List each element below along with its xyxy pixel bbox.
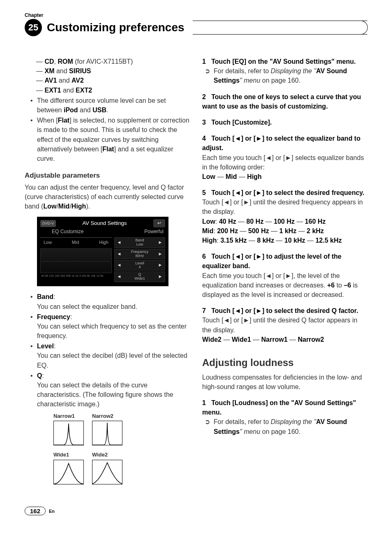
list-item: AV1 and AV2 — [36, 76, 190, 85]
left-arrow-icon: ◄ — [115, 260, 124, 270]
curve-figures: Narrow1 Wide1 Narrow2 Wide2 — [53, 412, 190, 491]
page-number: 162 — [25, 507, 46, 515]
adjustable-body: You can adjust the center frequency, lev… — [25, 183, 190, 211]
left-arrow-icon: ◄ — [115, 238, 124, 248]
loudness-body: Loudness compensates for deficiencies in… — [202, 373, 367, 392]
right-arrow-icon: ► — [156, 249, 165, 259]
curve-label: Narrow2 — [92, 412, 122, 420]
device-screenshot: DVD-V AV Sound Settings ↩ EQ Customize P… — [37, 217, 168, 286]
loudness-heading: Adjusting loudness — [202, 356, 367, 370]
step-1: 1 Touch [EQ] on the "AV Sound Settings" … — [202, 57, 367, 86]
narrow2-curve-icon — [92, 421, 122, 445]
chapter-number-badge: 25 — [25, 19, 42, 36]
eq-row: ◄ BandLow ► — [114, 237, 165, 248]
list-item: EXT1 and EXT2 — [36, 86, 190, 95]
wide1-curve-icon — [53, 460, 84, 484]
eq-controls: ◄ BandLow ► ◄ Frequency80Hz ► ◄ Level4 — [114, 237, 165, 283]
right-arrow-icon: ► — [156, 260, 165, 270]
step-5: 5 Touch [◄] or [►] to select the desired… — [202, 188, 367, 245]
step-4: 4 Touch [◄] or [►] to select the equaliz… — [202, 134, 367, 181]
step-2: 2 Touch the one of keys to select a curv… — [202, 92, 367, 111]
eq-axis: 40 80 125 160 200 500 1k 2k 3.15k 8k 10k… — [40, 274, 112, 278]
eq-tab: Low — [44, 239, 52, 246]
list-item: When [Flat] is selected, no supplement o… — [30, 116, 190, 163]
source-list: CD, ROM (for AVIC-X7115BT) XM and SIRIUS… — [25, 57, 190, 95]
eq-graph: Low Mid High 40 80 125 160 200 500 1k 2k… — [40, 237, 112, 283]
left-arrow-icon: ◄ — [115, 249, 124, 259]
eq-row: ◄ Level4 ► — [114, 260, 165, 271]
adjustable-heading: Adjustable parameters — [25, 171, 190, 181]
eq-tab: High — [99, 239, 108, 246]
list-item: Frequency: You can select which frequenc… — [30, 312, 190, 341]
source-badge-icon: DVD-V — [40, 220, 56, 227]
eq-tab: Mid — [72, 239, 79, 246]
step-3: 3 Touch [Customize]. — [202, 118, 367, 127]
chapter-title: Customizing preferences — [47, 21, 193, 34]
chapter-label: Chapter — [25, 12, 367, 18]
reference-link: For details, refer to Displaying the "AV… — [214, 66, 367, 85]
page: Chapter 25 Customizing preferences CD, R… — [0, 0, 392, 532]
note-list: The different source volume level can be… — [25, 96, 190, 163]
page-lang: En — [49, 509, 55, 514]
curve-label: Wide1 — [53, 451, 84, 459]
narrow1-curve-icon — [53, 421, 84, 445]
list-item: Level: You can select the decibel (dB) l… — [30, 341, 190, 370]
left-column: CD, ROM (for AVIC-X7115BT) XM and SIRIUS… — [25, 57, 190, 490]
reference-link: For details, refer to Displaying the "AV… — [214, 417, 367, 436]
ss-title: AV Sound Settings — [82, 220, 127, 227]
right-arrow-icon: ► — [156, 272, 165, 282]
loudness-step-1: 1 Touch [Loudness] on the "AV Sound Sett… — [202, 398, 367, 436]
title-row: 25 Customizing preferences — [25, 19, 367, 36]
curve-label: Narrow1 — [53, 412, 84, 420]
page-footer: 162 En — [25, 507, 367, 515]
list-item: The different source volume level can be… — [30, 96, 190, 115]
right-arrow-icon: ► — [156, 238, 165, 248]
eq-row: ◄ QWide1 ► — [114, 271, 165, 282]
left-arrow-icon: ◄ — [115, 272, 124, 282]
eq-row: ◄ Frequency80Hz ► — [114, 249, 165, 259]
list-item: XM and SIRIUS — [36, 66, 190, 76]
step-7: 7 Touch [◄] or [►] to select the desired… — [202, 306, 367, 344]
wide2-curve-icon — [92, 460, 122, 484]
step-6: 6 Touch [◄] or [►] to adjust the level o… — [202, 252, 367, 299]
list-item: Band: You can select the equalizer band. — [30, 292, 190, 311]
param-list: Band: You can select the equalizer band.… — [25, 292, 190, 409]
ss-subtitle: EQ Customize — [52, 228, 83, 235]
right-column: 1 Touch [EQ] on the "AV Sound Settings" … — [202, 57, 367, 490]
list-item: CD, ROM (for AVIC-X7115BT) — [36, 57, 190, 66]
title-rule — [193, 19, 367, 36]
ss-preset: Powerful — [144, 228, 164, 235]
curve-label: Wide2 — [92, 451, 122, 459]
back-icon: ↩ — [153, 219, 165, 227]
list-item: Q: You can select the details of the cur… — [30, 371, 190, 409]
